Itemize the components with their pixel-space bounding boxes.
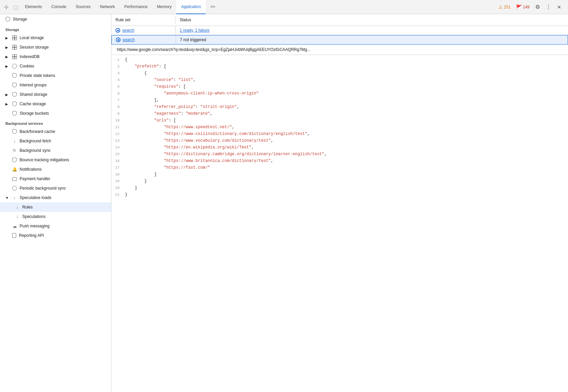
json-line: 3 {	[111, 70, 568, 77]
sidebar-item-speculative-loads[interactable]: ▼ ↓ Speculative loads	[0, 193, 111, 202]
col-ruleset-header: Rule set	[111, 16, 176, 24]
error-badge[interactable]: 🚩 149	[514, 4, 532, 10]
sidebar-item-shared-storage[interactable]: ▶ Shared storage	[0, 90, 111, 99]
json-token	[125, 84, 154, 89]
inspect-icon[interactable]: ⬚	[11, 2, 20, 12]
sidebar-item-session-storage[interactable]: ▶ Session storage	[0, 43, 111, 52]
json-token: ,	[271, 159, 273, 163]
json-line: 2 "prefetch": [	[111, 63, 568, 70]
json-token	[125, 138, 164, 143]
tab-console[interactable]: Console	[47, 0, 71, 14]
json-token: "strict-origin"	[200, 105, 237, 109]
sidebar-item-label: Push messaging	[20, 224, 50, 228]
line-number: 21	[114, 192, 125, 198]
sidebar-item-rules[interactable]: ↓ Rules	[0, 202, 111, 212]
sidebar: Storage Storage ▶ Local storage ▶ Sessio…	[0, 14, 111, 392]
ruleset-link[interactable]: search	[123, 37, 135, 42]
cursor-icon[interactable]: ⊹	[1, 2, 11, 12]
sidebar-item-storage-buckets[interactable]: ▶ Storage buckets	[0, 109, 111, 118]
tab-performance[interactable]: Performance	[120, 0, 152, 14]
json-token: "anonymous-client-ip-when-cross-origin"	[164, 91, 259, 96]
json-line: 21}	[111, 191, 568, 198]
table-row[interactable]: search 1 ready, 1 failure	[111, 26, 568, 35]
json-token: "https://en.wikipedia.org/wiki/Test"	[164, 145, 251, 150]
close-icon[interactable]: ✕	[554, 2, 564, 12]
json-line: 11 "https://www.speedtest.net/",	[111, 124, 568, 131]
json-token: }	[125, 179, 147, 184]
json-token	[125, 105, 154, 109]
sidebar-item-cache-storage[interactable]: ▶ Cache storage	[0, 99, 111, 109]
table-row[interactable]: search 7 not triggered	[111, 35, 568, 45]
sidebar-item-background-fetch[interactable]: ▶ ↓ Background fetch	[0, 136, 111, 146]
json-line: 9 "eagerness": "moderate",	[111, 110, 568, 117]
tab-elements[interactable]: Elements	[20, 0, 47, 14]
line-number: 12	[114, 131, 125, 137]
sidebar-item-background-sync[interactable]: ▶ ↻ Background sync	[0, 146, 111, 155]
chevron-right-icon: ▶	[5, 64, 9, 68]
line-number: 18	[114, 171, 125, 177]
json-viewer[interactable]: 1{2 "prefetch": [3 {4 "source": "list",5…	[111, 55, 568, 392]
sidebar-top-storage[interactable]: Storage	[0, 14, 111, 24]
status-link[interactable]: 1 ready, 1 failure	[180, 28, 210, 33]
json-token: ,	[193, 78, 196, 82]
settings-icon[interactable]: ⚙	[533, 2, 542, 12]
tab-memory[interactable]: Memory	[152, 0, 176, 14]
json-token: "list"	[178, 78, 193, 82]
line-number: 14	[114, 144, 125, 150]
json-line: 4 "source": "list",	[111, 77, 568, 83]
json-token: "prefetch"	[135, 64, 159, 69]
cylinder-icon	[12, 92, 17, 97]
json-token: "requires"	[154, 84, 178, 89]
sidebar-item-label: Background fetch	[20, 139, 51, 143]
line-number: 3	[114, 70, 125, 76]
json-token: "https://dictionary.cambridge.org/dictio…	[164, 152, 324, 157]
warning-badge[interactable]: ⚠ 151	[496, 4, 513, 10]
sidebar-item-cookies[interactable]: ▶ Cookies	[0, 61, 111, 71]
sidebar-item-push-messaging[interactable]: ▶ ☁ Push messaging	[0, 221, 111, 231]
ruleset-link[interactable]: search	[122, 28, 134, 33]
sidebar-item-indexeddb[interactable]: ▶ IndexedDB	[0, 52, 111, 61]
json-line: 7 ],	[111, 97, 568, 104]
json-token: ],	[125, 98, 159, 103]
sidebar-item-bounce-tracking[interactable]: ▶ Bounce tracking mitigations	[0, 155, 111, 165]
json-token: {	[125, 57, 127, 62]
json-line: 18 ]	[111, 171, 568, 178]
sidebar-item-reporting-api[interactable]: ▶ Reporting API	[0, 231, 111, 240]
tab-sources[interactable]: Sources	[71, 0, 95, 14]
json-token	[125, 78, 154, 82]
tab-application[interactable]: Application	[176, 0, 206, 14]
sidebar-item-speculations[interactable]: ↓ Speculations	[0, 212, 111, 221]
cell-ruleset: search	[112, 35, 176, 44]
sidebar-item-label: Local storage	[20, 35, 44, 40]
tab-more[interactable]: >>	[206, 0, 220, 14]
sidebar-item-back-forward-cache[interactable]: ▶ Back/forward cache	[0, 127, 111, 136]
clock-icon	[12, 186, 17, 191]
sidebar-item-notifications[interactable]: ▶ 🔔 Notifications	[0, 165, 111, 174]
json-token: }	[125, 192, 127, 197]
error-count: 149	[523, 5, 530, 9]
line-number: 19	[114, 178, 125, 184]
json-token: : [	[178, 84, 186, 89]
json-token	[125, 159, 164, 163]
sidebar-item-periodic-background-sync[interactable]: ▶ Periodic background sync	[0, 184, 111, 193]
cell-status: 7 not triggered	[176, 35, 568, 44]
json-token: {	[125, 71, 147, 76]
tab-network[interactable]: Network	[95, 0, 120, 14]
json-token	[125, 111, 154, 116]
more-options-icon[interactable]: ⋮	[544, 2, 553, 12]
sidebar-item-interest-groups[interactable]: ▶ Interest groups	[0, 80, 111, 90]
sidebar-top-storage-label: Storage	[13, 17, 27, 22]
json-token	[125, 152, 164, 157]
sidebar-item-label: Speculative loads	[20, 195, 51, 200]
sidebar-item-local-storage[interactable]: ▶ Local storage	[0, 33, 111, 43]
sidebar-item-private-state-tokens[interactable]: ▶ Private state tokens	[0, 71, 111, 80]
chevron-down-icon: ▼	[5, 196, 9, 200]
line-number: 5	[114, 84, 125, 90]
json-line: 8 "referrer_policy": "strict-origin",	[111, 104, 568, 110]
json-token: ,	[307, 132, 310, 136]
doc-icon	[12, 233, 16, 238]
cylinder-icon	[12, 111, 17, 116]
cell-status: 1 ready, 1 failure	[176, 26, 568, 35]
storage-icon	[5, 17, 10, 22]
sidebar-item-payment-handler[interactable]: ▶ Payment handler	[0, 174, 111, 184]
